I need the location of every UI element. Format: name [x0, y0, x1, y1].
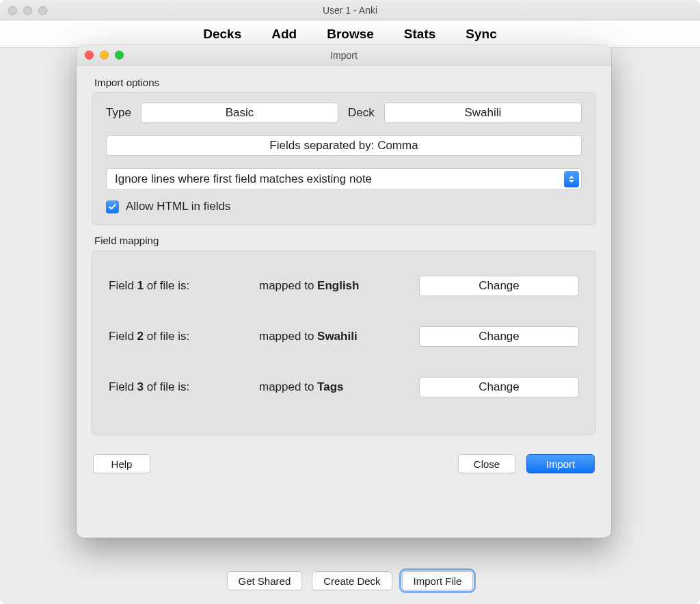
type-value: Basic: [226, 106, 254, 120]
deck-value: Swahili: [464, 106, 501, 120]
import-options-group: Type Basic Deck Swahili Fields separated…: [92, 92, 596, 225]
import-content: Import options Type Basic Deck Swahili F…: [77, 66, 611, 486]
main-menubar: Decks Add Browse Stats Sync: [0, 21, 700, 48]
allow-html-label: Allow HTML in fields: [126, 200, 230, 213]
import-titlebar: Import: [77, 45, 611, 66]
zoom-icon[interactable]: [38, 6, 47, 15]
zoom-icon[interactable]: [115, 51, 124, 60]
menu-decks[interactable]: Decks: [203, 27, 241, 42]
type-label: Type: [106, 106, 131, 120]
traffic-lights-main: [8, 6, 47, 15]
main-titlebar: User 1 - Anki: [0, 0, 700, 21]
field-mapping-group: Field 1 of file is: mapped to English Ch…: [92, 250, 596, 435]
import-button[interactable]: Import: [526, 454, 595, 473]
close-button[interactable]: Close: [458, 454, 515, 473]
menu-browse[interactable]: Browse: [327, 27, 374, 42]
separator-value: Fields separated by: Comma: [269, 139, 418, 153]
menu-stats[interactable]: Stats: [404, 27, 435, 42]
minimize-icon[interactable]: [100, 51, 109, 60]
field-target-label: mapped to English: [259, 279, 412, 293]
import-dialog: Import Import options Type Basic Deck Sw…: [77, 45, 611, 538]
field-target-label: mapped to Swahili: [259, 330, 412, 343]
separator-selector[interactable]: Fields separated by: Comma: [106, 135, 582, 156]
change-mapping-button[interactable]: Change: [419, 377, 579, 397]
field-source-label: Field 3 of file is:: [109, 380, 252, 394]
deck-selector[interactable]: Swahili: [384, 103, 582, 123]
help-button[interactable]: Help: [93, 454, 150, 473]
get-shared-button[interactable]: Get Shared: [227, 571, 303, 590]
create-deck-button[interactable]: Create Deck: [312, 571, 392, 590]
field-mapping-row: Field 3 of file is: mapped to Tags Chang…: [109, 377, 579, 397]
change-mapping-button[interactable]: Change: [419, 276, 579, 296]
deck-label: Deck: [348, 106, 375, 120]
main-bottom-toolbar: Get Shared Create Deck Import File: [0, 571, 700, 590]
close-icon[interactable]: [85, 51, 94, 60]
field-mapping-row: Field 1 of file is: mapped to English Ch…: [109, 276, 579, 296]
menu-sync[interactable]: Sync: [466, 27, 496, 42]
field-source-label: Field 2 of file is:: [109, 330, 252, 343]
field-source-label: Field 1 of file is:: [109, 279, 252, 293]
field-target-label: mapped to Tags: [259, 380, 412, 394]
import-options-label: Import options: [94, 77, 596, 88]
change-mapping-button[interactable]: Change: [419, 326, 579, 347]
import-dialog-title: Import: [330, 50, 358, 61]
chevron-updown-icon: [564, 171, 579, 187]
minimize-icon[interactable]: [23, 6, 32, 15]
check-icon: [108, 202, 117, 211]
type-selector[interactable]: Basic: [141, 103, 338, 123]
import-mode-dropdown[interactable]: Ignore lines where first field matches e…: [106, 168, 582, 190]
field-mapping-row: Field 2 of file is: mapped to Swahili Ch…: [109, 326, 579, 347]
import-file-button[interactable]: Import File: [402, 571, 474, 590]
main-window-title: User 1 - Anki: [323, 5, 377, 16]
field-mapping-label: Field mapping: [94, 235, 596, 246]
import-mode-value: Ignore lines where first field matches e…: [115, 172, 372, 186]
import-footer: Help Close Import: [92, 454, 596, 473]
traffic-lights-modal: [85, 51, 124, 60]
close-icon[interactable]: [8, 6, 17, 15]
allow-html-checkbox[interactable]: [106, 200, 119, 213]
menu-add[interactable]: Add: [271, 27, 297, 42]
